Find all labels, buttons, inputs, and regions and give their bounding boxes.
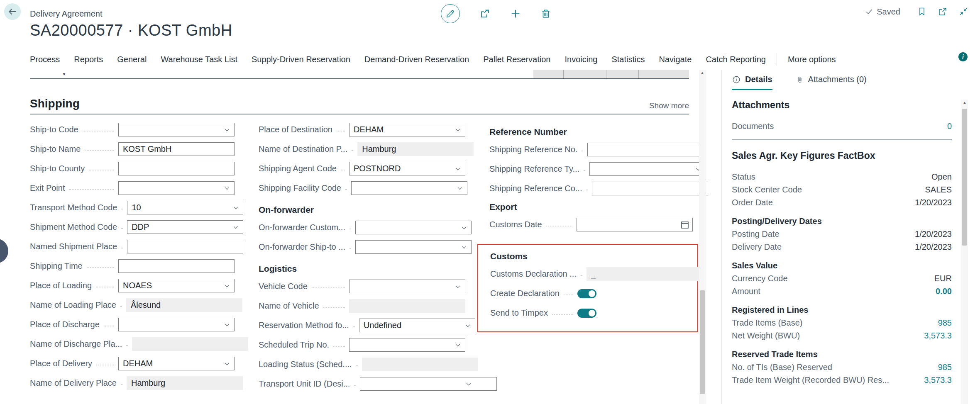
- field-ship-to-county: Ship-to County …: [30, 162, 235, 175]
- menu-demand-driven-reservation[interactable]: Demand-Driven Reservation: [364, 55, 469, 64]
- panel-scrollbar[interactable]: ▲: [961, 100, 968, 404]
- dotted-leader: [584, 170, 585, 171]
- field-input[interactable]: DEHAM: [118, 357, 235, 370]
- field-label: Name of Discharge Pla...: [30, 339, 122, 349]
- row-label: Status: [732, 172, 755, 182]
- field-input[interactable]: 10: [127, 201, 243, 214]
- pane-expand-handle[interactable]: [0, 239, 8, 263]
- field-input[interactable]: [118, 123, 235, 136]
- dotted-leader: [581, 275, 582, 276]
- field-input[interactable]: [355, 240, 472, 254]
- toggle-switch[interactable]: [577, 309, 596, 318]
- toggle-switch[interactable]: [577, 289, 596, 298]
- row-value[interactable]: 1/20/2023: [915, 198, 952, 207]
- dotted-leader: [356, 365, 358, 366]
- field-input-wrap: …: [127, 240, 243, 253]
- field-input[interactable]: [355, 221, 472, 234]
- field-input[interactable]: POSTNORD: [349, 162, 465, 175]
- scrollbar-thumb[interactable]: [962, 109, 967, 246]
- field-input[interactable]: [360, 377, 497, 391]
- field-reservation-method: Reservation Method fo... Undefined …: [259, 319, 465, 332]
- insights-info-icon[interactable]: i: [958, 52, 968, 61]
- field-send-to-timpex: Send to Timpex …: [490, 306, 694, 320]
- bookmark-icon[interactable]: [917, 7, 927, 17]
- field-input-wrap: …: [349, 338, 465, 352]
- row-net-weight-bwu: Net Weight (BWU) 3,573.3: [732, 329, 952, 342]
- field-input[interactable]: [351, 181, 467, 195]
- row-value[interactable]: 985: [938, 363, 952, 372]
- field-exit-point: Exit Point …: [30, 181, 235, 195]
- menu-navigate[interactable]: Navigate: [659, 55, 692, 64]
- field-label: Customs Date: [489, 220, 542, 229]
- menu-process[interactable]: Process: [30, 55, 60, 64]
- tab-attachments[interactable]: Attachments (0): [796, 75, 867, 90]
- breadcrumb[interactable]: Delivery Agreement: [30, 9, 103, 19]
- field-input[interactable]: [577, 218, 693, 231]
- field-input[interactable]: [592, 182, 708, 195]
- row-value[interactable]: EUR: [934, 274, 952, 283]
- menu-reports[interactable]: Reports: [74, 55, 103, 64]
- menu-general[interactable]: General: [117, 55, 147, 64]
- dotted-leader: [353, 326, 355, 327]
- dotted-leader: [333, 346, 345, 347]
- field-input-wrap: …: [118, 259, 235, 273]
- field-input[interactable]: NOAES: [118, 279, 235, 292]
- dotted-leader: [341, 170, 345, 170]
- row-value[interactable]: 0: [947, 122, 952, 131]
- field-input[interactable]: [127, 240, 243, 253]
- factbox-panel: Details Attachments (0) Attachments Docu…: [721, 70, 980, 404]
- main-scrollbar[interactable]: ▲: [699, 70, 706, 404]
- dotted-leader: [96, 287, 114, 287]
- field-input[interactable]: [118, 318, 235, 331]
- row-value[interactable]: 3,573.3: [924, 331, 952, 341]
- field-input[interactable]: DDP: [127, 220, 243, 234]
- more-options-button[interactable]: More options: [788, 55, 836, 64]
- scrollbar-thumb[interactable]: [700, 290, 705, 394]
- scroll-up-arrow[interactable]: ▲: [699, 71, 706, 75]
- share-icon[interactable]: [479, 8, 491, 19]
- menu-supply-driven-reservation[interactable]: Supply-Driven Reservation: [252, 55, 350, 64]
- field-input[interactable]: [349, 280, 465, 293]
- field-input[interactable]: [589, 162, 706, 176]
- menu-pallet-reservation[interactable]: Pallet Reservation: [483, 55, 550, 64]
- row-posting-date: Posting Date 1/20/2023: [732, 228, 952, 241]
- menu-catch-reporting[interactable]: Catch Reporting: [706, 55, 766, 64]
- row-value[interactable]: 1/20/2023: [915, 229, 952, 239]
- field-label: On-forwarder Ship-to ...: [259, 242, 345, 252]
- field-value: Hamburg: [131, 378, 165, 388]
- menu-warehouse-task-list[interactable]: Warehouse Task List: [161, 55, 237, 64]
- menu-statistics[interactable]: Statistics: [611, 55, 645, 64]
- tab-details[interactable]: Details: [732, 75, 772, 90]
- field-shipping-time: Shipping Time …: [30, 259, 235, 273]
- menu-invoicing[interactable]: Invoicing: [565, 55, 598, 64]
- group-header: Registered in Lines: [732, 305, 809, 315]
- open-in-new-window-icon[interactable]: [938, 7, 948, 17]
- dotted-leader: [564, 294, 573, 295]
- field-input[interactable]: [118, 259, 235, 273]
- field-input[interactable]: DEHAM: [349, 123, 465, 136]
- field-input[interactable]: [118, 162, 235, 175]
- trash-icon[interactable]: [540, 8, 551, 19]
- row-value[interactable]: Open: [931, 172, 952, 182]
- show-more-link[interactable]: Show more: [639, 101, 689, 110]
- field-input[interactable]: KOST GmbH: [118, 142, 235, 156]
- field-input[interactable]: Undefined: [359, 319, 475, 332]
- field-input[interactable]: [349, 338, 465, 352]
- row-value[interactable]: 0.00: [936, 287, 952, 296]
- row-value[interactable]: 1/20/2023: [915, 242, 952, 252]
- field-label: Customs Declaration ...: [490, 269, 577, 279]
- back-button[interactable]: [4, 3, 21, 20]
- row-value[interactable]: SALES: [925, 185, 952, 195]
- field-label: Vehicle Code: [259, 282, 308, 291]
- scroll-up-arrow[interactable]: ▲: [961, 100, 968, 105]
- plus-icon[interactable]: [510, 8, 521, 19]
- calendar-icon[interactable]: [680, 220, 690, 230]
- dotted-leader: [345, 189, 347, 190]
- field-input[interactable]: [118, 181, 235, 195]
- row-value[interactable]: 3,573.3: [924, 375, 952, 385]
- field-input[interactable]: [587, 143, 704, 156]
- edit-button[interactable]: [441, 4, 460, 23]
- row-value[interactable]: 985: [938, 318, 952, 328]
- row-label: Net Weight (BWU): [732, 331, 800, 341]
- collapse-icon[interactable]: [958, 7, 968, 17]
